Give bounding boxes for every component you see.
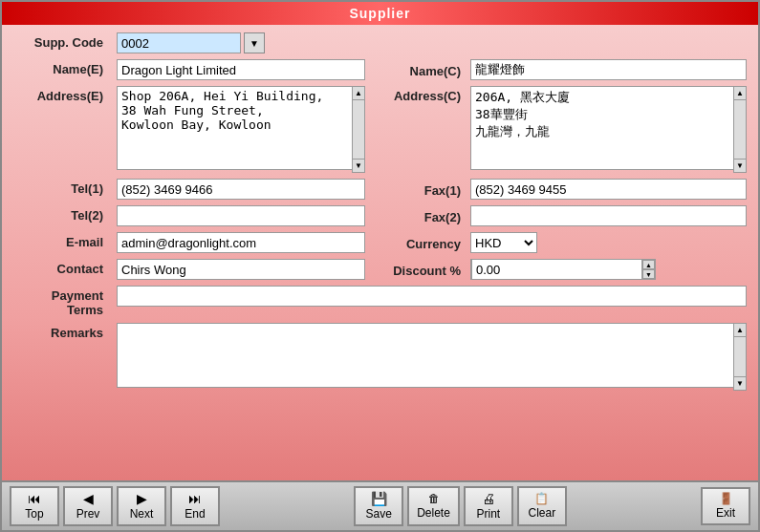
next-label: Next (130, 507, 154, 521)
save-icon: 💾 (371, 492, 387, 505)
remarks-label: Remarks (13, 323, 109, 340)
supp-code-row: Supp. Code ▼ (13, 32, 747, 53)
remarks-input[interactable] (117, 323, 747, 388)
next-button[interactable]: ▶ Next (117, 486, 166, 526)
email-label: E-mail (13, 232, 109, 249)
print-label: Print (477, 507, 501, 521)
discount-label: Discount % (390, 261, 467, 278)
fax2-label: Fax(2) (390, 207, 467, 224)
contact-input[interactable] (117, 259, 365, 280)
end-button[interactable]: ⏭ End (170, 486, 220, 526)
save-button[interactable]: 💾 Save (354, 486, 403, 526)
top-button[interactable]: ⏮ Top (10, 486, 59, 526)
fax2-input[interactable] (470, 205, 747, 226)
exit-label: Exit (716, 506, 735, 520)
form-content: Supp. Code ▼ Name(E) Name(C) Address(E) … (2, 25, 758, 480)
email-input[interactable] (117, 232, 365, 253)
contact-row: Contact Discount % ▲ ▼ (13, 259, 747, 280)
discount-input[interactable] (471, 259, 642, 280)
tel2-row: Tel(2) Fax(2) (13, 205, 747, 226)
supp-code-label: Supp. Code (13, 32, 109, 50)
name-c-input[interactable] (470, 59, 747, 80)
clear-icon: 📋 (534, 493, 549, 504)
nav-buttons: ⏮ Top ◀ Prev ▶ Next ⏭ End (10, 486, 220, 526)
top-icon: ⏮ (28, 492, 41, 505)
remarks-scroll-up[interactable]: ▲ (734, 324, 746, 337)
name-c-label: Name(C) (390, 61, 467, 78)
name-e-input[interactable] (117, 59, 365, 80)
save-label: Save (365, 507, 391, 521)
next-icon: ▶ (137, 492, 147, 505)
supp-code-input[interactable] (117, 32, 241, 53)
payment-terms-label: Payment Terms (13, 286, 109, 317)
end-icon: ⏭ (188, 492, 202, 505)
discount-field: ▲ ▼ (470, 259, 656, 280)
email-row: E-mail Currency HKD USD CNY (13, 232, 747, 253)
prev-label: Prev (76, 507, 100, 521)
exit-icon: 🚪 (719, 493, 733, 504)
name-row: Name(E) Name(C) (13, 59, 747, 80)
top-label: Top (25, 507, 43, 521)
prev-icon: ◀ (83, 492, 94, 505)
supp-code-dropdown-btn[interactable]: ▼ (244, 32, 265, 53)
main-window: Supplier Supp. Code ▼ Name(E) Name(C) Ad… (0, 0, 760, 532)
tel2-label: Tel(2) (13, 205, 109, 223)
tel2-input[interactable] (117, 205, 365, 226)
tel1-label: Tel(1) (13, 179, 109, 196)
window-title: Supplier (349, 6, 410, 21)
discount-spin-down[interactable]: ▼ (642, 269, 655, 279)
payment-terms-input[interactable] (117, 286, 747, 307)
remarks-row: Remarks ▲ ▼ (13, 323, 747, 473)
exit-button[interactable]: 🚪 Exit (701, 487, 750, 525)
contact-label: Contact (13, 259, 109, 276)
address-e-label: Address(E) (13, 86, 109, 103)
print-button[interactable]: 🖨 Print (464, 486, 513, 526)
delete-button[interactable]: 🗑 Delete (407, 486, 460, 526)
address-e-scroll-down[interactable]: ▼ (353, 159, 364, 172)
name-e-label: Name(E) (13, 59, 109, 76)
discount-spin-up[interactable]: ▲ (642, 260, 655, 269)
tel1-row: Tel(1) Fax(1) (13, 179, 747, 200)
payment-terms-row: Payment Terms (13, 286, 747, 317)
end-label: End (185, 507, 205, 521)
address-c-scroll-up[interactable]: ▲ (734, 87, 746, 100)
address-c-scroll-down[interactable]: ▼ (734, 159, 746, 172)
delete-label: Delete (417, 506, 450, 520)
exit-buttons: 🚪 Exit (701, 487, 750, 525)
address-c-input[interactable] (470, 86, 747, 170)
address-e-scroll-up[interactable]: ▲ (353, 87, 364, 100)
address-row: Address(E) ▲ ▼ Address(C) ▲ ▼ (13, 86, 747, 173)
prev-button[interactable]: ◀ Prev (63, 486, 113, 526)
address-e-input[interactable] (117, 86, 365, 170)
fax1-label: Fax(1) (390, 181, 467, 198)
print-icon: 🖨 (482, 492, 495, 505)
toolbar: ⏮ Top ◀ Prev ▶ Next ⏭ End 💾 Save 🗑 (2, 480, 758, 530)
action-buttons: 💾 Save 🗑 Delete 🖨 Print 📋 Clear (354, 486, 567, 526)
tel1-input[interactable] (117, 179, 365, 200)
remarks-scroll-down[interactable]: ▼ (734, 376, 746, 390)
title-bar: Supplier (2, 2, 758, 25)
address-c-label: Address(C) (390, 86, 467, 103)
currency-label: Currency (390, 234, 467, 251)
clear-label: Clear (529, 506, 556, 520)
clear-button[interactable]: 📋 Clear (517, 486, 567, 526)
currency-select[interactable]: HKD USD CNY (470, 232, 537, 253)
fax1-input[interactable] (470, 179, 747, 200)
delete-icon: 🗑 (428, 493, 440, 504)
